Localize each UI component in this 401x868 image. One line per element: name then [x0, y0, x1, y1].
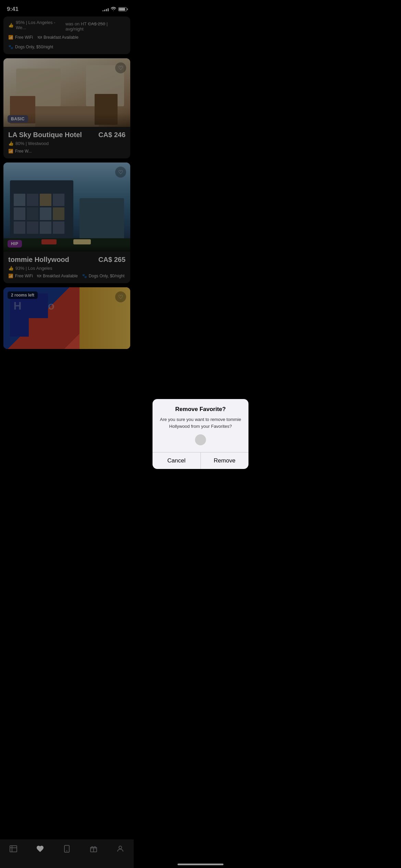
modal-overlay: Remove Favorite? Are you sure you want t…	[0, 0, 134, 381]
